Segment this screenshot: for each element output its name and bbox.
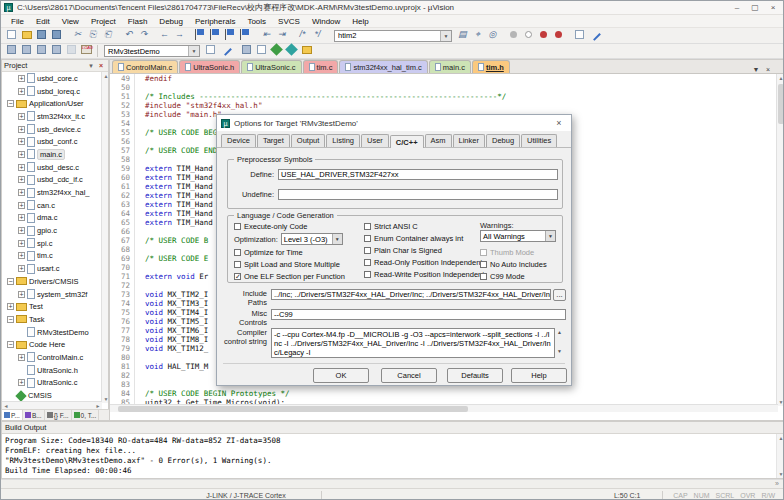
- dialog-tab-target[interactable]: Target: [257, 134, 290, 147]
- tree-item-code-here[interactable]: −Code Here: [2, 338, 102, 351]
- tree-item-usbd_desc.c[interactable]: +usbd_desc.c: [2, 161, 102, 174]
- expand-icon[interactable]: +: [18, 176, 25, 183]
- dialog-tab-cc[interactable]: C/C++: [390, 135, 424, 148]
- expand-icon[interactable]: +: [18, 354, 25, 361]
- expand-icon[interactable]: +: [18, 202, 25, 209]
- panel-tab-functions[interactable]: {} F...: [45, 410, 72, 420]
- paste-icon[interactable]: ⎗: [101, 28, 114, 41]
- expand-icon[interactable]: +: [18, 189, 25, 196]
- panel-tab-project[interactable]: P...: [2, 410, 23, 420]
- editor-tab-controlmain.c[interactable]: ControlMain.c: [112, 60, 178, 73]
- expand-icon[interactable]: +: [18, 379, 25, 386]
- uncomment-icon[interactable]: */: [311, 28, 324, 41]
- dialog-button-defaults[interactable]: Defaults: [447, 368, 503, 383]
- tree-item-cmsis[interactable]: CMSIS: [2, 389, 102, 402]
- save-icon[interactable]: [35, 28, 48, 41]
- find-text-icon[interactable]: ⌖: [471, 28, 484, 41]
- scroll-up-icon[interactable]: ▲: [777, 434, 784, 442]
- checkbox-plain-char-is-signed[interactable]: Plain Char is Signed: [364, 246, 442, 255]
- scroll-down-icon[interactable]: ▼: [777, 470, 784, 478]
- dialog-tab-listing[interactable]: Listing: [326, 134, 360, 147]
- warnings-dropdown[interactable]: All Warnings ▼: [480, 230, 556, 242]
- chevron-down-icon[interactable]: ▼: [188, 46, 199, 56]
- batch-build-icon[interactable]: [50, 43, 63, 56]
- target-select-combo[interactable]: RMv3testDemo ▼: [104, 45, 200, 57]
- editor-horizontal-scrollbar[interactable]: [110, 404, 778, 412]
- dialog-tab-device[interactable]: Device: [221, 134, 256, 147]
- dialog-tab-user[interactable]: User: [361, 134, 389, 147]
- expand-icon[interactable]: +: [18, 252, 25, 259]
- copy-icon[interactable]: ⎘: [86, 28, 99, 41]
- editor-tab-tim.c[interactable]: tim.c: [303, 60, 339, 73]
- code-line[interactable]: 49#endif: [110, 74, 770, 83]
- breakpoint-disable-icon[interactable]: [537, 28, 550, 41]
- dialog-tab-asm[interactable]: Asm: [425, 134, 452, 147]
- tree-item-ultrasonic.h[interactable]: UltraSonic.h: [2, 364, 102, 377]
- expand-icon[interactable]: +: [18, 88, 25, 95]
- checkbox-box[interactable]: ✓: [234, 273, 241, 280]
- bookmark-toggle-icon[interactable]: [194, 28, 207, 41]
- tree-item-can.c[interactable]: +can.c: [2, 199, 102, 212]
- cut-icon[interactable]: ✂: [71, 28, 84, 41]
- scroll-right-icon[interactable]: ►: [94, 402, 102, 409]
- dialog-close-icon[interactable]: ×: [551, 118, 567, 128]
- find-in-files-icon[interactable]: ▤: [456, 28, 469, 41]
- dialog-button-cancel[interactable]: Cancel: [381, 368, 437, 383]
- dialog-tab-utilities[interactable]: Utilities: [521, 134, 557, 147]
- optimization-dropdown[interactable]: Level 3 (-O3) ▼: [281, 233, 343, 245]
- dialog-button-ok[interactable]: OK: [313, 368, 369, 383]
- checkbox-strict-ansi-c[interactable]: Strict ANSI C: [364, 222, 418, 231]
- checkbox-box[interactable]: [364, 247, 371, 254]
- chevron-down-icon[interactable]: ▼: [440, 31, 451, 41]
- tree-item-usart.c[interactable]: +usart.c: [2, 262, 102, 275]
- window-layout-icon[interactable]: [573, 28, 586, 41]
- tree-item-tim.c[interactable]: +tim.c: [2, 250, 102, 263]
- minimize-button[interactable]: –: [728, 2, 746, 14]
- tree-item-usbd_cdc_if.c[interactable]: +usbd_cdc_if.c: [2, 174, 102, 187]
- editor-tab-tim.h[interactable]: tim.h: [472, 60, 510, 73]
- configure-icon[interactable]: [588, 28, 601, 41]
- misc-controls-input[interactable]: --C99: [271, 309, 566, 320]
- tree-item-rmv3testdemo[interactable]: RMv3testDemo: [2, 326, 102, 339]
- build-icon[interactable]: [20, 43, 33, 56]
- expand-icon[interactable]: +: [18, 164, 25, 171]
- tree-item-system_stm32f[interactable]: +system_stm32f: [2, 288, 102, 301]
- define-input[interactable]: USE_HAL_DRIVER,STM32F427xx: [278, 169, 558, 180]
- code-line[interactable]: 84/* USER CODE BEGIN Prototypes */: [110, 389, 770, 398]
- checkbox-one-elf-section-per-function[interactable]: ✓One ELF Section per Function: [234, 272, 345, 281]
- checkbox-box[interactable]: [480, 273, 487, 280]
- rebuild-icon[interactable]: [35, 43, 48, 56]
- chevron-down-icon[interactable]: ▼: [545, 231, 555, 241]
- tree-item-usbd_ioreq.c[interactable]: +usbd_ioreq.c: [2, 85, 102, 98]
- code-line[interactable]: 51/* Includes --------------------------…: [110, 92, 770, 101]
- checkbox-box[interactable]: [234, 223, 241, 230]
- expand-icon[interactable]: +: [7, 303, 14, 310]
- tree-item-ultrasonic.c[interactable]: +UltraSonic.c: [2, 377, 102, 390]
- tree-item-usbd_conf.c[interactable]: +usbd_conf.c: [2, 135, 102, 148]
- checkbox-box[interactable]: [480, 261, 487, 268]
- expand-icon[interactable]: +: [18, 138, 25, 145]
- magic-wand-icon[interactable]: [219, 43, 232, 56]
- menu-help[interactable]: Help: [346, 15, 374, 28]
- collapse-icon[interactable]: −: [7, 316, 14, 323]
- close-button[interactable]: ×: [764, 2, 782, 14]
- breakpoint-insert-icon[interactable]: [507, 28, 520, 41]
- manage-project-items-icon[interactable]: [240, 43, 253, 56]
- runtime-environment-icon[interactable]: [270, 43, 283, 56]
- tree-item-spi.c[interactable]: +spi.c: [2, 237, 102, 250]
- dialog-button-help[interactable]: Help: [511, 368, 567, 383]
- expand-icon[interactable]: +: [18, 126, 25, 133]
- include-paths-input[interactable]: ../Inc; ../Drivers/STM32F4xx_HAL_Driver/…: [271, 289, 551, 300]
- checkbox-box[interactable]: [234, 249, 241, 256]
- scroll-down-icon[interactable]: ▼: [555, 347, 564, 356]
- expand-icon[interactable]: +: [18, 265, 25, 272]
- checkbox-optimize-for-time[interactable]: Optimize for Time: [234, 248, 303, 257]
- compiler-control-string-box[interactable]: -c --cpu Cortex-M4.fp -D__MICROLIB -g -O…: [271, 328, 555, 358]
- close-document-icon[interactable]: ×: [762, 66, 774, 73]
- checkbox-enum-container-always-int[interactable]: Enum Container always int: [364, 234, 463, 243]
- panel-tab-books[interactable]: B...: [23, 410, 45, 420]
- pin-icon[interactable]: ▾: [86, 62, 96, 70]
- editor-tab-main.c[interactable]: main.c: [429, 60, 471, 73]
- dialog-tab-linker[interactable]: Linker: [453, 134, 485, 147]
- tree-item-usb_device.c[interactable]: +usb_device.c: [2, 123, 102, 136]
